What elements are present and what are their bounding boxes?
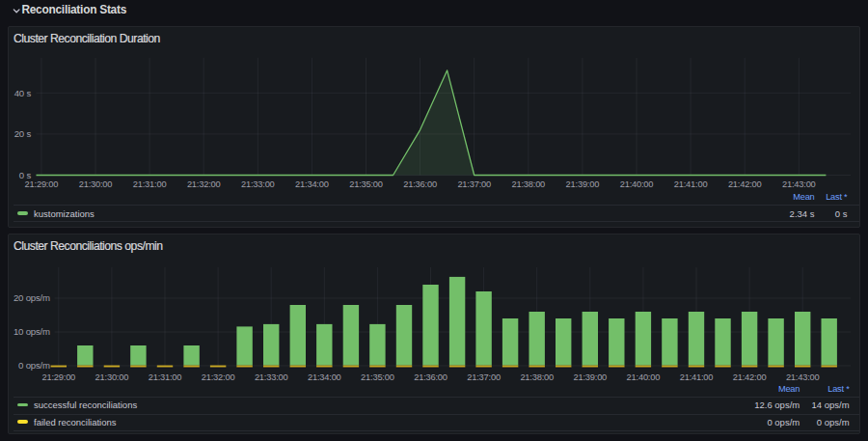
svg-text:21:31:00: 21:31:00 [149,372,182,382]
svg-text:21:30:00: 21:30:00 [79,179,113,189]
svg-text:21:40:00: 21:40:00 [627,372,661,382]
svg-text:20 ops/m: 20 ops/m [14,292,50,303]
svg-text:21:36:00: 21:36:00 [414,372,448,382]
svg-text:21:35:00: 21:35:00 [361,372,394,382]
svg-text:21:42:00: 21:42:00 [733,372,767,382]
svg-text:20 s: 20 s [14,128,32,139]
svg-text:21:39:00: 21:39:00 [574,372,608,382]
svg-text:21:30:00: 21:30:00 [95,372,129,382]
svg-text:21:40:00: 21:40:00 [620,179,654,189]
svg-text:21:32:00: 21:32:00 [187,179,221,189]
svg-text:21:29:00: 21:29:00 [42,372,76,382]
svg-text:21:41:00: 21:41:00 [674,179,708,189]
svg-text:21:33:00: 21:33:00 [241,179,275,189]
svg-text:10 ops/m: 10 ops/m [14,326,50,337]
svg-text:40 s: 40 s [14,88,32,98]
svg-text:21:36:00: 21:36:00 [403,179,437,189]
svg-text:21:41:00: 21:41:00 [680,372,714,382]
svg-text:21:29:00: 21:29:00 [25,179,59,189]
svg-text:21:32:00: 21:32:00 [202,372,235,382]
svg-text:0 s: 0 s [19,170,32,180]
svg-text:21:33:00: 21:33:00 [255,372,288,382]
svg-text:21:37:00: 21:37:00 [457,179,491,189]
svg-text:21:35:00: 21:35:00 [349,179,383,189]
svg-text:21:38:00: 21:38:00 [512,179,546,189]
svg-text:0 ops/m: 0 ops/m [18,360,50,371]
svg-text:21:34:00: 21:34:00 [308,372,341,382]
svg-text:21:39:00: 21:39:00 [566,179,600,189]
svg-text:21:43:00: 21:43:00 [786,372,820,382]
svg-text:21:38:00: 21:38:00 [520,372,554,382]
svg-text:21:34:00: 21:34:00 [295,179,329,189]
svg-text:21:37:00: 21:37:00 [467,372,501,382]
svg-text:21:42:00: 21:42:00 [728,179,762,189]
svg-text:21:43:00: 21:43:00 [782,179,816,189]
svg-text:21:31:00: 21:31:00 [133,179,167,189]
